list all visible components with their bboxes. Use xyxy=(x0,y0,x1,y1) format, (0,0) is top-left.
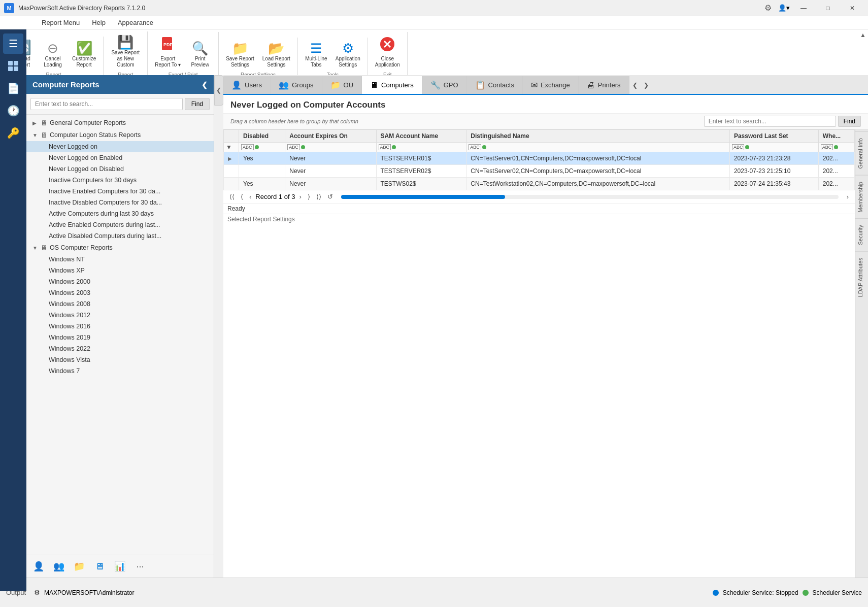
sidebar-icon-menu[interactable]: ☰ xyxy=(3,33,23,54)
tab-contacts[interactable]: 📋 Contacts xyxy=(467,76,523,94)
tab-gpo[interactable]: 🔧 GPO xyxy=(422,76,467,94)
tree-item-active-enabled-30[interactable]: Active Enabled Computers during last... xyxy=(26,219,214,230)
scheduler-dot xyxy=(713,590,719,596)
table-row[interactable]: Never TESTSERVER02$ CN=TestServer02,CN=C… xyxy=(224,165,855,178)
tree-item-inactive-disabled-30[interactable]: Inactive Disabled Computers for 30 da... xyxy=(26,197,214,208)
tab-computers[interactable]: 🖥 Computers xyxy=(362,76,422,95)
tab-exchange[interactable]: ✉ Exchange xyxy=(523,76,579,94)
nav-prev-btn[interactable]: ‹ xyxy=(247,192,253,201)
tree-item-win-xp[interactable]: Windows XP xyxy=(26,265,214,276)
tree-item-inactive-enabled-30[interactable]: Inactive Enabled Computers for 30 da... xyxy=(26,186,214,197)
tree-item-win-7[interactable]: Windows 7 xyxy=(26,365,214,377)
tree-item-inactive-30[interactable]: Inactive Computers for 30 days xyxy=(26,175,214,186)
maximize-button[interactable]: □ xyxy=(816,0,840,16)
tab-overflow-left[interactable]: ❮ xyxy=(629,76,641,94)
cell-dn-2: CN=TestServer02,CN=Computers,DC=maxpower… xyxy=(466,165,730,178)
menu-help[interactable]: Help xyxy=(86,17,112,28)
tree-item-active-disabled-30[interactable]: Active Disabled Computers during last... xyxy=(26,230,214,242)
reports-search-btn[interactable]: Find xyxy=(185,98,210,110)
nav-next-btn[interactable]: › xyxy=(297,192,303,201)
panel-icon-folder[interactable]: 📁 xyxy=(71,558,87,575)
panel-collapse-icon[interactable]: ❮ xyxy=(202,81,208,89)
report-search-input[interactable] xyxy=(704,116,836,127)
settings-icon-titlebar[interactable]: ⚙ xyxy=(760,0,776,16)
tree-item-os-reports[interactable]: ▼ 🖥 OS Computer Reports xyxy=(26,242,214,254)
col-sam-account[interactable]: SAM Account Name xyxy=(376,130,466,143)
nav-last-btn[interactable]: ⟩⟩ xyxy=(314,192,323,201)
tree-item-win-2016[interactable]: Windows 2016 xyxy=(26,321,214,332)
report-search-btn[interactable]: Find xyxy=(838,116,861,127)
tree-item-win-2000[interactable]: Windows 2000 xyxy=(26,276,214,287)
panel-icon-report-lock[interactable]: 📊 xyxy=(112,558,128,575)
panel-icon-more[interactable]: ··· xyxy=(132,558,148,575)
sidebar-icon-dashboard[interactable] xyxy=(3,56,23,76)
user-icon-btn[interactable]: 👤▾ xyxy=(776,4,792,12)
export-icon: PDF xyxy=(160,36,176,55)
ribbon-collapse-btn[interactable]: ▲ xyxy=(860,31,866,39)
save-settings-button[interactable]: 📁 Save ReportSettings xyxy=(223,40,257,70)
table-row[interactable]: ▶ Yes Never TESTSERVER01$ CN=TestServer0… xyxy=(224,152,855,165)
minimize-button[interactable]: — xyxy=(792,0,815,16)
sidebar-icon-schedule[interactable]: 🕐 xyxy=(3,100,23,121)
filter-abc-expires: ABC xyxy=(287,144,300,150)
toggle-general[interactable]: ▶ xyxy=(32,120,41,126)
tree-item-win-vista[interactable]: Windows Vista xyxy=(26,354,214,365)
panel-icon-user[interactable]: 👤 xyxy=(30,558,47,575)
panel-icon-users[interactable]: 👥 xyxy=(51,558,67,575)
app-settings-button[interactable]: ⚙ ApplicationSettings xyxy=(332,40,363,70)
tree-item-win-2022[interactable]: Windows 2022 xyxy=(26,343,214,354)
tree-label-active-30: Active Computers during last 30 days xyxy=(49,210,154,217)
col-disabled[interactable]: Disabled xyxy=(239,130,285,143)
right-tab-security[interactable]: Security xyxy=(855,218,868,251)
nav-prev-prev-btn[interactable]: ⟨ xyxy=(239,192,245,201)
tree-item-active-30[interactable]: Active Computers during last 30 days xyxy=(26,208,214,219)
col-when[interactable]: Whe... xyxy=(818,130,854,143)
tab-ou[interactable]: 📁 OU xyxy=(322,76,362,94)
reports-search-input[interactable] xyxy=(30,98,183,110)
export-button[interactable]: PDF ExportReport To ▾ xyxy=(152,34,184,70)
tree-item-win-2019[interactable]: Windows 2019 xyxy=(26,332,214,343)
close-app-button[interactable]: CloseApplication xyxy=(372,34,403,70)
tab-printers[interactable]: 🖨 Printers xyxy=(579,76,629,94)
sidebar-icon-key[interactable]: 🔑 xyxy=(3,123,23,143)
table-row[interactable]: Yes Never TESTWS02$ CN=TestWorkstation02… xyxy=(224,178,855,190)
panel-icon-computer[interactable]: 🖥 xyxy=(91,558,108,575)
toggle-os[interactable]: ▼ xyxy=(32,245,41,251)
row-expand-icon[interactable]: ▶ xyxy=(228,156,234,161)
tree-item-win-2012[interactable]: Windows 2012 xyxy=(26,310,214,321)
nav-first-btn[interactable]: ⟨⟨ xyxy=(227,192,237,201)
tree-item-never-logged-on[interactable]: Never Logged on xyxy=(26,141,214,152)
tree-item-win-2008[interactable]: Windows 2008 xyxy=(26,298,214,310)
tab-groups[interactable]: 👥 Groups xyxy=(271,76,322,94)
cancel-button[interactable]: ⊖ CancelLoading xyxy=(39,40,67,70)
right-tab-membership[interactable]: Membership xyxy=(855,175,868,219)
save-settings-icon: 📁 xyxy=(232,42,248,55)
print-button[interactable]: 🔍 PrintPreview xyxy=(186,40,214,70)
nav-scroll-right-btn[interactable]: › xyxy=(845,192,851,201)
tab-overflow-right[interactable]: ❯ xyxy=(641,76,652,94)
col-password-last-set[interactable]: Password Last Set xyxy=(729,130,818,143)
customize-button[interactable]: ✅ CustomizeReport xyxy=(69,40,99,70)
tree-item-general[interactable]: ▶ 🖥 General Computer Reports xyxy=(26,117,214,129)
tab-users[interactable]: 👤 Users xyxy=(223,76,271,94)
tree-item-never-logged-on-enabled[interactable]: Never Logged on Enabled xyxy=(26,152,214,163)
right-tab-ldap[interactable]: LDAP Attributes xyxy=(855,251,868,303)
menu-appearance[interactable]: Appearance xyxy=(112,17,159,28)
save-new-button[interactable]: 💾 Save Reportas New Custom xyxy=(108,33,143,70)
panel-collapse-button[interactable]: ❮ xyxy=(214,75,223,106)
load-settings-button[interactable]: 📂 Load ReportSettings xyxy=(259,40,293,70)
menu-report[interactable]: Report Menu xyxy=(36,17,86,28)
toggle-logon[interactable]: ▼ xyxy=(32,132,41,138)
right-tab-general-info[interactable]: General Info xyxy=(855,131,868,175)
tree-item-logon-status[interactable]: ▼ 🖥 Computer Logon Status Reports xyxy=(26,129,214,141)
close-button[interactable]: ✕ xyxy=(841,0,864,16)
multiline-button[interactable]: ☰ Multi-LineTabs xyxy=(302,40,330,70)
tree-item-win-nt[interactable]: Windows NT xyxy=(26,254,214,265)
nav-next-next-btn[interactable]: ⟩ xyxy=(306,192,312,201)
col-distinguished-name[interactable]: Distinguished Name xyxy=(466,130,730,143)
tree-item-never-logged-on-disabled[interactable]: Never Logged on Disabled xyxy=(26,163,214,175)
col-account-expires[interactable]: Account Expires On xyxy=(285,130,376,143)
sidebar-icon-reports[interactable]: 📄 xyxy=(3,78,23,98)
nav-refresh-btn[interactable]: ↺ xyxy=(325,192,335,201)
tree-item-win-2003[interactable]: Windows 2003 xyxy=(26,287,214,298)
